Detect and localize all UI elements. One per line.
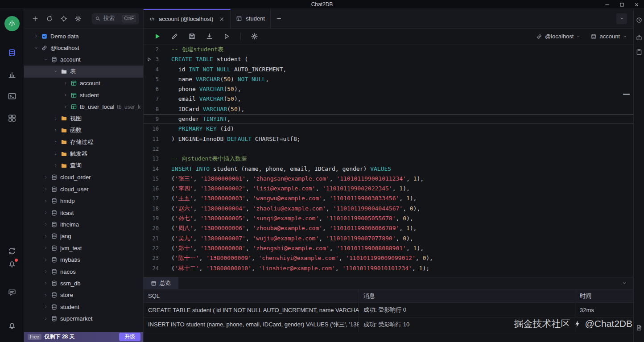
new-tab-button[interactable] — [271, 9, 288, 28]
editor-line-11[interactable]: 11) ENGINE=InnoDB DEFAULT CHARSET=utf8; — [144, 134, 633, 144]
history-icon[interactable] — [636, 16, 643, 24]
collapse-results-icon[interactable] — [622, 280, 627, 286]
sql-editor[interactable]: 2-- 创建student表3CREATE TABLE student (4 i… — [144, 45, 633, 277]
tab-close-icon[interactable] — [219, 16, 225, 22]
tabbar: account (@localhost) student — [144, 9, 633, 29]
line-number: 2 — [156, 46, 159, 53]
tree-item-5[interactable]: student — [24, 89, 143, 101]
results-header: SQL 消息 时间 — [144, 289, 633, 303]
editor-gutter: 2 — [144, 45, 164, 54]
editor-line-21[interactable]: 21('吴九', '13800000007', 'wujiu@example.c… — [144, 234, 633, 243]
console-nav-icon[interactable] — [8, 92, 17, 101]
tree-item-19[interactable]: mybatis — [24, 254, 143, 265]
tab-account-localhost[interactable]: account (@localhost) — [144, 9, 231, 28]
refresh-icon[interactable] — [46, 15, 53, 22]
tree-item-9[interactable]: 存储过程 — [24, 136, 143, 148]
tree-item-15[interactable]: itcast — [24, 207, 143, 218]
save-button[interactable] — [188, 33, 196, 40]
editor-line-15[interactable]: 15('张三', '13800000001', 'zhangsan@exampl… — [144, 174, 633, 184]
editor-line-9[interactable]: 9 gender TINYINT, — [144, 114, 633, 124]
editor-line-14[interactable]: 14INSERT INTO student (name, phone, emai… — [144, 164, 633, 174]
tree-item-12[interactable]: cloud_order — [24, 172, 143, 183]
notifications-icon[interactable] — [8, 260, 17, 268]
settings-icon[interactable] — [74, 15, 82, 22]
tree-item-6[interactable]: tb_user_localtb_user_loca… — [24, 101, 143, 112]
tree-item-24[interactable]: supermarket — [24, 313, 143, 324]
editor-line-4[interactable]: 4 id INT NOT NULL AUTO_INCREMENT, — [144, 65, 633, 74]
dashboard-nav-icon[interactable] — [8, 70, 17, 79]
plugins-nav-icon[interactable] — [8, 114, 17, 123]
tree-item-16[interactable]: itheima — [24, 218, 143, 230]
tree-item-7[interactable]: 视图 — [24, 113, 143, 124]
tab-student[interactable]: student — [231, 9, 271, 28]
editor-line-6[interactable]: 6 phone VARCHAR(50), — [144, 84, 633, 94]
close-icon[interactable] — [634, 2, 640, 8]
format-button[interactable] — [171, 33, 178, 40]
feedback-icon[interactable] — [8, 288, 17, 297]
editor-line-18[interactable]: 18('赵六', '13800000004', 'zhaoliu@example… — [144, 204, 633, 214]
datasource-nav-icon[interactable] — [8, 48, 17, 57]
tree-item-10[interactable]: 触发器 — [24, 148, 143, 160]
tree-item-3[interactable]: 表 — [24, 66, 143, 77]
connection-select[interactable]: @localhost — [536, 33, 581, 40]
result-row-1[interactable]: INSERT INTO student (name, phone, email,… — [144, 317, 633, 332]
search-input[interactable]: 搜索 CtrlF — [92, 13, 139, 25]
ai-icon[interactable] — [636, 34, 643, 41]
editor-line-5[interactable]: 5 name VARCHAR(50) NOT NULL, — [144, 74, 633, 84]
tree-item-0[interactable]: Demo data — [24, 30, 143, 42]
result-row-0[interactable]: CREATE TABLE student ( id INT NOT NULL A… — [144, 303, 633, 317]
editor-line-10[interactable]: 10 PRIMARY KEY (id) — [144, 124, 633, 134]
tree-item-22[interactable]: store — [24, 289, 143, 301]
upgrade-button[interactable]: 升级 — [119, 333, 140, 341]
tree-item-label: cloud_order — [60, 174, 91, 181]
editor-line-19[interactable]: 19('孙七', '13800000005', 'sunqi@example.c… — [144, 214, 633, 223]
tree-item-18[interactable]: jvm_test — [24, 242, 143, 254]
add-datasource-icon[interactable] — [32, 15, 39, 22]
chevron-right-icon — [54, 128, 58, 132]
run-line-icon[interactable] — [147, 57, 152, 62]
editor-line-16[interactable]: 16('李四', '13800000002', 'lisi@example.co… — [144, 184, 633, 194]
editor-line-2[interactable]: 2-- 创建student表 — [144, 45, 633, 54]
tree-item-11[interactable]: 查询 — [24, 160, 143, 171]
code-text: id INT NOT NULL AUTO_INCREMENT, — [164, 65, 286, 74]
line-number: 15 — [153, 176, 159, 182]
docs-icon[interactable] — [636, 324, 643, 331]
connection-icon — [41, 45, 48, 51]
tree-item-2[interactable]: account — [24, 54, 143, 66]
tree-item-4[interactable]: account — [24, 78, 143, 89]
editor-line-20[interactable]: 20('周八', '13800000006', 'zhouba@example.… — [144, 223, 633, 233]
editor-line-13[interactable]: 13-- 向student表中插入数据 — [144, 154, 633, 164]
tree-item-20[interactable]: nacos — [24, 266, 143, 277]
database-icon — [51, 256, 58, 263]
editor-line-3[interactable]: 3CREATE TABLE student ( — [144, 54, 633, 64]
user-avatar[interactable]: 小 — [4, 16, 20, 31]
tree-item-23[interactable]: student — [24, 301, 143, 313]
tree-item-13[interactable]: cloud_user — [24, 183, 143, 195]
editor-line-8[interactable]: 8 IDCard VARCHAR(50), — [144, 104, 633, 114]
editor-line-22[interactable]: 22('郑十', '13800000008', 'zhengshi@exampl… — [144, 243, 633, 253]
locate-icon[interactable] — [60, 15, 67, 22]
tree-item-17[interactable]: jang — [24, 231, 143, 242]
tree-item-21[interactable]: ssm_db — [24, 277, 143, 289]
tab-overview[interactable]: 总览 — [144, 277, 178, 289]
clipboard-icon[interactable] — [636, 49, 643, 56]
editor-line-7[interactable]: 7 email VARCHAR(50), — [144, 94, 633, 104]
tree-item-1[interactable]: @localhost — [24, 42, 143, 54]
execute-plan-button[interactable] — [223, 33, 231, 40]
right-rail — [633, 9, 644, 342]
alerts-icon[interactable] — [8, 321, 17, 330]
sync-icon[interactable] — [8, 247, 17, 255]
run-button[interactable] — [153, 33, 161, 40]
tree-item-8[interactable]: 函数 — [24, 124, 143, 136]
export-button[interactable] — [206, 33, 213, 40]
database-select[interactable]: account — [590, 33, 627, 40]
editor-line-12[interactable]: 12 — [144, 144, 633, 154]
editor-settings-button[interactable] — [251, 33, 258, 40]
editor-line-17[interactable]: 17('王五', '13800000003', 'wangwu@example.… — [144, 194, 633, 203]
tree-item-14[interactable]: hmdp — [24, 195, 143, 206]
editor-line-23[interactable]: 23('陈十一', '13800000009', 'chenshiyi@exam… — [144, 253, 633, 263]
minimize-icon[interactable] — [604, 2, 610, 8]
maximize-icon[interactable] — [619, 2, 625, 8]
tab-list-dropdown[interactable] — [616, 13, 627, 24]
editor-line-24[interactable]: 24('林十二', '13800000010', 'linshier@examp… — [144, 264, 633, 273]
